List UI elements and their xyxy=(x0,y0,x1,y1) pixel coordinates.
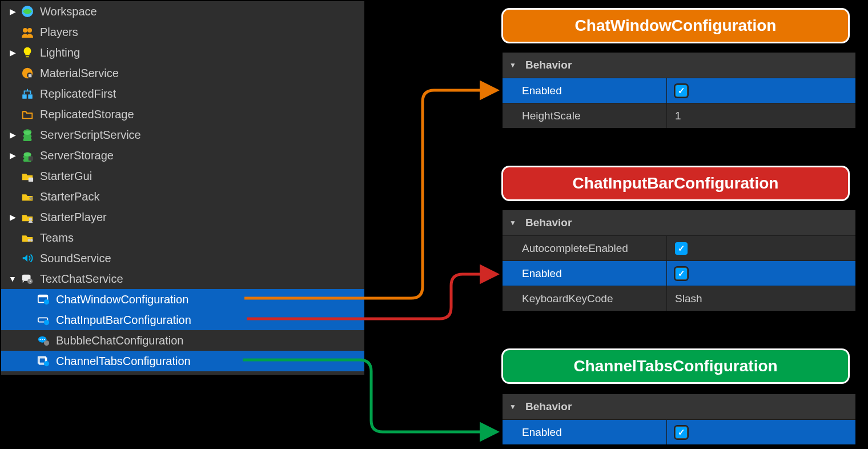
prop-val[interactable]: ✓ xyxy=(667,261,855,286)
prop-row-keycode[interactable]: KeyboardKeyCode Slash xyxy=(503,286,855,311)
prop-row-enabled[interactable]: Enabled ✓ xyxy=(503,419,855,444)
callout-chatinput: ChatInputBarConfiguration xyxy=(501,166,850,201)
expand-arrow-icon[interactable]: ▶ xyxy=(7,211,18,223)
tree-item-channeltabsconfig[interactable]: ChannelTabsConfiguration xyxy=(1,351,364,371)
svg-rect-11 xyxy=(29,178,33,182)
checkbox-icon[interactable]: ✓ xyxy=(675,426,688,439)
tree-item-workspace[interactable]: ▶ Workspace xyxy=(1,1,364,22)
prop-val[interactable]: ✓ xyxy=(667,236,855,260)
prop-section-header[interactable]: ▼ Behavior xyxy=(503,53,855,78)
config-icon xyxy=(35,332,51,348)
prop-section-header[interactable]: ▼ Behavior xyxy=(503,394,855,419)
prop-key: Enabled xyxy=(503,78,667,103)
collapse-arrow-icon[interactable]: ▼ xyxy=(509,403,520,411)
prop-row-enabled[interactable]: Enabled ✓ xyxy=(503,260,855,286)
svg-point-25 xyxy=(44,339,45,340)
prop-row-enabled[interactable]: Enabled ✓ xyxy=(503,78,855,103)
svg-point-13 xyxy=(27,239,30,242)
tree-label: ChannelTabsConfiguration xyxy=(56,355,191,368)
replicatedfirst-icon xyxy=(19,86,35,102)
prop-val[interactable]: ✓ xyxy=(667,78,855,103)
teams-icon xyxy=(19,230,35,246)
prop-key: Enabled xyxy=(503,261,667,286)
replicatedstorage-icon xyxy=(19,106,35,122)
tree-item-players[interactable]: Players xyxy=(1,22,364,42)
players-icon xyxy=(19,24,35,40)
properties-chatinput: ▼ Behavior AutocompleteEnabled ✓ Enabled… xyxy=(503,210,855,311)
tree-item-lighting[interactable]: ▶ Lighting xyxy=(1,42,364,63)
tree-item-teams[interactable]: Teams xyxy=(1,227,364,248)
tree-label: ChatWindowConfiguration xyxy=(56,293,188,306)
svg-point-1 xyxy=(23,28,27,33)
tree-item-serverstorage[interactable]: ▶ ServerStorage xyxy=(1,145,364,166)
prop-key: HeightScale xyxy=(503,103,667,128)
explorer-panel: ▶ Workspace Players ▶ Lighting MaterialS… xyxy=(1,1,364,375)
tree-item-textchatservice[interactable]: ▼ TextChatService xyxy=(1,268,364,289)
prop-key: Enabled xyxy=(503,420,667,444)
prop-row-heightscale[interactable]: HeightScale 1 xyxy=(503,103,855,128)
svg-point-2 xyxy=(27,28,32,33)
svg-point-19 xyxy=(44,299,49,304)
prop-section-label: Behavior xyxy=(525,217,572,229)
svg-rect-6 xyxy=(23,95,26,98)
collapse-arrow-icon[interactable]: ▼ xyxy=(509,219,520,227)
tree-label: Lighting xyxy=(40,46,80,59)
callout-channeltabs: ChannelTabsConfiguration xyxy=(501,348,850,384)
prop-val[interactable]: Slash xyxy=(667,286,855,311)
tree-item-soundservice[interactable]: SoundService xyxy=(1,248,364,268)
tree-item-chatwindowconfig[interactable]: ChatWindowConfiguration xyxy=(1,289,364,310)
expand-spacer xyxy=(7,252,18,264)
tree-label: ServerScriptService xyxy=(40,129,141,142)
prop-row-autocomplete[interactable]: AutocompleteEnabled ✓ xyxy=(503,235,855,260)
prop-section-header[interactable]: ▼ Behavior xyxy=(503,210,855,235)
svg-rect-7 xyxy=(29,95,32,98)
tree-label: ReplicatedStorage xyxy=(40,108,134,121)
properties-channeltabs: ▼ Behavior Enabled ✓ xyxy=(503,394,855,444)
checkbox-icon[interactable]: ✓ xyxy=(675,267,688,280)
svg-point-24 xyxy=(42,339,43,340)
expand-arrow-icon[interactable]: ▶ xyxy=(7,47,18,58)
prop-val[interactable]: ✓ xyxy=(667,420,855,444)
callout-chatwindow: ChatWindowConfiguration xyxy=(501,8,850,43)
svg-point-26 xyxy=(44,340,49,346)
expand-arrow-icon[interactable]: ▶ xyxy=(7,129,18,141)
starterpack-icon xyxy=(19,189,35,205)
tree-label: StarterGui xyxy=(40,170,92,183)
tree-item-replicatedstorage[interactable]: ReplicatedStorage xyxy=(1,104,364,125)
properties-chatwindow: ▼ Behavior Enabled ✓ HeightScale 1 xyxy=(503,53,855,128)
svg-point-29 xyxy=(44,361,49,366)
starterplayer-icon xyxy=(19,209,35,225)
checkbox-icon[interactable]: ✓ xyxy=(675,85,688,97)
expand-arrow-icon[interactable]: ▶ xyxy=(7,150,18,161)
tree-label: StarterPack xyxy=(40,190,99,203)
tree-label: ReplicatedFirst xyxy=(40,87,116,101)
tree-item-replicatedfirst[interactable]: ReplicatedFirst xyxy=(1,83,364,104)
prop-section-label: Behavior xyxy=(525,400,572,413)
tree-label: ServerStorage xyxy=(40,149,114,162)
workspace-icon xyxy=(19,3,35,19)
svg-point-21 xyxy=(44,320,49,325)
tree-label: SoundService xyxy=(40,252,111,265)
tree-item-serverscriptservice[interactable]: ▶ ServerScriptService xyxy=(1,125,364,145)
tree-label: Teams xyxy=(40,231,74,244)
tree-item-chatinputbarconfig[interactable]: ChatInputBarConfiguration xyxy=(1,310,364,330)
expand-spacer xyxy=(7,232,18,243)
collapse-arrow-icon[interactable]: ▼ xyxy=(509,61,520,69)
serverscript-icon xyxy=(19,127,35,143)
expand-arrow-icon[interactable]: ▼ xyxy=(7,273,18,284)
serverstorage-icon xyxy=(19,147,35,163)
tree-item-starterpack[interactable]: StarterPack xyxy=(1,186,364,207)
expand-spacer xyxy=(7,88,18,99)
svg-point-23 xyxy=(39,339,41,340)
tree-label: StarterPlayer xyxy=(40,211,107,224)
prop-val[interactable]: 1 xyxy=(667,103,855,128)
tree-item-starterplayer[interactable]: ▶ StarterPlayer xyxy=(1,207,364,227)
checkbox-icon[interactable]: ✓ xyxy=(675,242,688,255)
tree-item-startergui[interactable]: StarterGui xyxy=(1,166,364,186)
tree-item-bubblechatconfig[interactable]: BubbleChatConfiguration xyxy=(1,330,364,351)
expand-spacer xyxy=(7,26,18,38)
expand-arrow-icon[interactable]: ▶ xyxy=(7,6,18,17)
lighting-icon xyxy=(19,45,35,61)
tree-item-materialservice[interactable]: MaterialService xyxy=(1,63,364,83)
svg-point-14 xyxy=(30,239,33,242)
